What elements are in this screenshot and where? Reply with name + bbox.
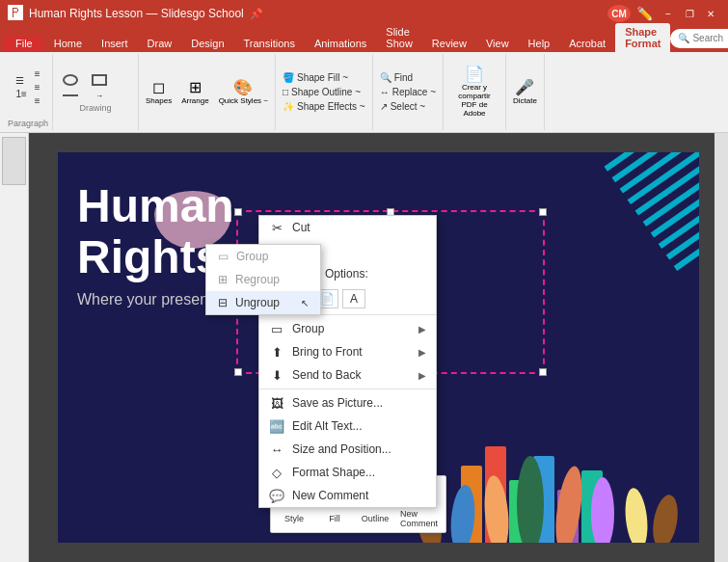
ctx-bring-front[interactable]: ⬆ Bring to Front ▶ xyxy=(259,340,436,363)
tab-draw[interactable]: Draw xyxy=(138,35,182,52)
bt-fill-label: Fill xyxy=(329,514,340,523)
line-shape-button[interactable] xyxy=(57,90,84,102)
paragraph-group: ☰ 1≡ ≡ ≡ ≡ Paragraph xyxy=(4,54,53,130)
title-bar-title: Human Rights Lesson — Slidesgo School xyxy=(29,7,244,20)
quick-styles-button[interactable]: 🎨 Quick Styles ~ xyxy=(216,78,271,107)
ctx-cut[interactable]: ✂ Cut xyxy=(259,216,436,239)
paste-text-only-icon[interactable]: A xyxy=(342,289,365,308)
bt-style-label: Style xyxy=(284,514,304,523)
bt-outline-label: Outline xyxy=(362,514,390,523)
submenu-ungroup[interactable]: ⊟ Ungroup ↖ xyxy=(206,291,320,314)
tab-file[interactable]: File xyxy=(4,35,44,52)
bullet-list-button[interactable]: ☰ xyxy=(13,74,29,87)
ctx-new-comment[interactable]: 💬 New Comment xyxy=(259,484,436,507)
find-button[interactable]: 🔍 Find xyxy=(377,71,439,84)
submenu-group-label: Group xyxy=(236,250,268,263)
group-icon: ▭ xyxy=(269,321,284,336)
tab-slideshow[interactable]: Slide Show xyxy=(376,23,422,52)
stripes-svg xyxy=(583,152,699,297)
svg-point-14 xyxy=(552,465,586,543)
select-icon: ↗ xyxy=(380,101,388,112)
select-button[interactable]: ↗ Select ~ xyxy=(377,100,439,113)
arrange-button[interactable]: ⊞ Arrange xyxy=(178,78,211,107)
tab-review[interactable]: Review xyxy=(422,35,476,52)
minimize-button[interactable]: − xyxy=(659,6,678,21)
ctx-group[interactable]: ▭ Group ▶ xyxy=(259,317,436,340)
arrow-shape-button[interactable]: → xyxy=(86,90,113,102)
ctx-send-back-arrow: ▶ xyxy=(418,370,426,381)
search-box[interactable]: 🔍 xyxy=(670,29,728,48)
tab-view[interactable]: View xyxy=(476,35,519,52)
submenu-group-icon: ▭ xyxy=(218,250,229,263)
title-bar-left: 🅿 Human Rights Lesson — Slidesgo School … xyxy=(8,5,263,22)
slide-area: Human Rights Where your presentation beg… xyxy=(0,133,728,562)
shape-effects-button[interactable]: ✨ Shape Effects ~ xyxy=(280,100,368,113)
selection-handle-tr[interactable] xyxy=(539,208,547,216)
align-left-button[interactable]: ≡ xyxy=(32,67,43,80)
drawing-group: → Drawing xyxy=(53,54,139,130)
tab-acrobat[interactable]: Acrobat xyxy=(559,35,615,52)
bt-comment-label: New Comment xyxy=(400,509,438,528)
ctx-save-picture[interactable]: 🖼 Save as Picture... xyxy=(259,391,436,415)
shape-fill-button[interactable]: 🪣 Shape Fill ~ xyxy=(280,71,368,84)
align-center-button[interactable]: ≡ xyxy=(32,81,43,94)
paragraph-label: Paragraph xyxy=(8,119,48,128)
shapes-group: ◻ Shapes ⊞ Arrange 🎨 Quick Styles ~ xyxy=(139,54,276,130)
restore-button[interactable]: ❐ xyxy=(680,6,699,21)
tab-insert[interactable]: Insert xyxy=(92,35,138,52)
vertical-scrollbar[interactable] xyxy=(715,133,728,562)
selection-handle-bl[interactable] xyxy=(234,368,242,376)
shape-fill-icon: 🪣 xyxy=(283,72,294,83)
new-comment-icon: 💬 xyxy=(269,488,284,503)
align-right-button[interactable]: ≡ xyxy=(32,94,43,107)
svg-point-12 xyxy=(482,474,512,543)
cut-icon: ✂ xyxy=(269,220,284,235)
ctx-format-shape[interactable]: ◇ Format Shape... xyxy=(259,461,436,484)
voice-group: 🎤 Dictate xyxy=(506,54,545,130)
ctx-sep2 xyxy=(259,388,436,389)
tab-animations[interactable]: Animations xyxy=(305,35,376,52)
svg-point-16 xyxy=(623,487,651,543)
ctx-format-shape-label: Format Shape... xyxy=(292,466,375,479)
shape-format-group: 🪣 Shape Fill ~ □ Shape Outline ~ ✨ Shape… xyxy=(276,54,373,130)
shape-outline-button[interactable]: □ Shape Outline ~ xyxy=(280,86,368,98)
pin-icon[interactable]: 📌 xyxy=(250,8,263,20)
rect-shape-button[interactable] xyxy=(86,72,113,88)
tab-shape-format[interactable]: Shape Format xyxy=(615,23,670,52)
ctx-size-pos-label: Size and Position... xyxy=(292,442,391,456)
shape-effects-icon: ✨ xyxy=(283,101,294,112)
pen-icon: ✏️ xyxy=(636,6,653,21)
replace-icon: ↔ xyxy=(380,87,390,97)
submenu-ungroup-label: Ungroup xyxy=(235,296,280,309)
ctx-send-back[interactable]: ⬇ Send to Back ▶ xyxy=(259,363,436,387)
submenu-regroup-icon: ⊞ xyxy=(218,273,228,286)
submenu-group[interactable]: ▭ Group xyxy=(206,245,320,268)
close-button[interactable]: ✕ xyxy=(701,6,720,21)
ctx-edit-alt-text[interactable]: 🔤 Edit Alt Text... xyxy=(259,415,436,438)
submenu-regroup[interactable]: ⊞ Regroup xyxy=(206,268,320,291)
window-controls[interactable]: − ❐ ✕ xyxy=(659,6,720,21)
numbered-list-button[interactable]: 1≡ xyxy=(13,88,29,100)
ctx-save-picture-label: Save as Picture... xyxy=(292,396,383,410)
tab-transitions[interactable]: Transitions xyxy=(234,35,305,52)
find-icon: 🔍 xyxy=(380,72,391,83)
tab-design[interactable]: Design xyxy=(181,35,233,52)
group-submenu: ▭ Group ⊞ Regroup ⊟ Ungroup ↖ xyxy=(205,244,321,315)
search-icon: 🔍 xyxy=(678,33,689,43)
oval-shape-button[interactable] xyxy=(57,72,84,88)
svg-point-11 xyxy=(448,484,477,543)
replace-button[interactable]: ↔ Replace ~ xyxy=(377,86,439,98)
tab-home[interactable]: Home xyxy=(44,35,92,52)
slide-canvas[interactable]: Human Rights Where your presentation beg… xyxy=(29,133,728,562)
tab-help[interactable]: Help xyxy=(519,35,560,52)
svg-point-17 xyxy=(649,493,681,543)
ctx-size-position[interactable]: ↔ Size and Position... xyxy=(259,438,436,461)
adobe-pdf-button[interactable]: 📄 Crear y compartir PDF de Adobe xyxy=(447,68,501,117)
size-position-icon: ↔ xyxy=(269,442,284,457)
search-input[interactable] xyxy=(692,33,728,43)
shapes-button[interactable]: ◻ Shapes xyxy=(143,78,175,107)
dictate-button[interactable]: 🎤 Dictate xyxy=(510,68,540,117)
slide-thumbnails-panel[interactable] xyxy=(0,133,29,562)
slide-thumbnail[interactable] xyxy=(2,137,26,185)
decorative-stripes xyxy=(583,152,699,297)
